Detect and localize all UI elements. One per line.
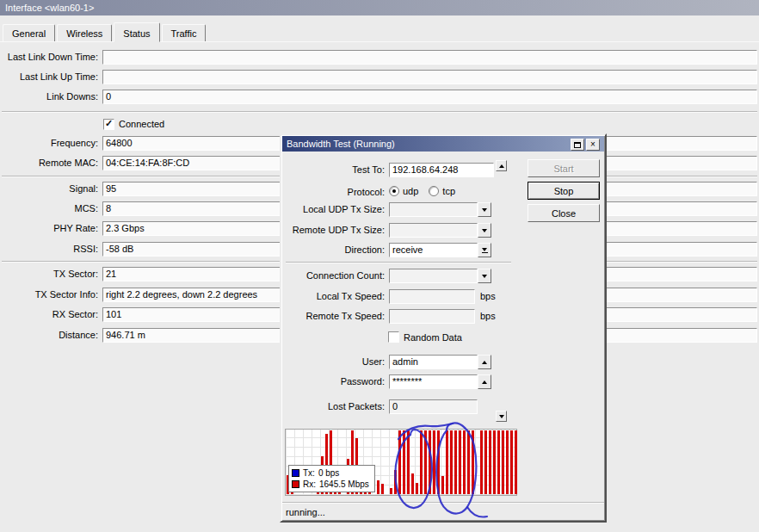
remote-tx-speed-input <box>389 309 475 324</box>
chart-bar <box>510 430 513 494</box>
chart-bar <box>381 484 384 494</box>
chart-bar <box>459 430 461 494</box>
random-data-checkbox[interactable] <box>388 331 399 343</box>
remote-mac-label: Remote MAC: <box>0 158 98 168</box>
field-row: Last Link Down Time: <box>0 50 759 65</box>
chart-bar <box>467 430 470 494</box>
protocol-tcp-label: tcp <box>442 186 455 196</box>
chart-bar <box>484 430 487 494</box>
chart-bar <box>433 430 435 494</box>
local-udp-tx-size-input <box>389 202 478 217</box>
chart-bar <box>403 430 405 494</box>
scroll-down-button[interactable] <box>496 411 507 422</box>
chevron-down-icon <box>482 229 487 232</box>
lost-packets-field: 0 <box>389 399 478 414</box>
close-window-button[interactable]: × <box>586 139 600 151</box>
password-row: Password: ******** <box>281 374 605 389</box>
connected-row: Connected <box>103 118 164 130</box>
chart-bar <box>429 430 431 494</box>
scroll-up-button[interactable] <box>496 160 507 171</box>
rssi-label: RSSI: <box>0 244 98 254</box>
chevron-up-icon <box>499 164 504 168</box>
tab-general[interactable]: General <box>3 24 55 41</box>
chart-bar <box>450 430 453 494</box>
rx-sector-label: RX Sector: <box>0 309 98 319</box>
stop-button[interactable]: Stop <box>528 182 600 200</box>
link-downs-label: Link Downs: <box>0 91 98 102</box>
user-label: User: <box>281 356 385 367</box>
chart-bar <box>420 430 423 494</box>
direction-select[interactable]: receive <box>389 243 478 257</box>
throughput-chart: Tx: 0 bps Rx: 1645.5 Mbps <box>285 429 517 496</box>
link-downs-field: 0 <box>102 90 757 104</box>
password-label: Password: <box>281 376 385 387</box>
chart-bar <box>454 430 457 494</box>
remote-tx-speed-unit: bps <box>480 311 496 321</box>
dialog-titlebar[interactable]: Bandwidth Test (Running) × <box>282 136 604 152</box>
close-button[interactable]: Close <box>528 204 600 222</box>
separator <box>2 111 757 113</box>
user-input[interactable]: admin <box>389 355 478 369</box>
remote-udp-tx-size-dropdown[interactable] <box>478 223 491 238</box>
chevron-down-icon <box>482 248 487 251</box>
rx-legend-value: 1645.5 Mbps <box>319 479 369 490</box>
chart-bar <box>463 430 466 494</box>
local-tx-speed-unit: bps <box>480 291 496 301</box>
dropdown-bar-icon <box>482 252 488 253</box>
window-title: Interface <wlan60-1> <box>5 3 94 13</box>
chart-bar <box>437 430 440 494</box>
phy-rate-label: PHY Rate: <box>0 223 98 233</box>
tx-legend-name: Tx: <box>303 467 315 479</box>
tx-legend-value: 0 bps <box>318 467 339 479</box>
local-tx-speed-label: Local Tx Speed: <box>281 291 385 301</box>
tab-wireless[interactable]: Wireless <box>57 24 112 41</box>
lost-packets-label: Lost Packets: <box>281 401 385 411</box>
rx-swatch <box>292 480 299 488</box>
random-data-row: Random Data <box>281 331 605 345</box>
chart-bar <box>377 480 380 494</box>
protocol-tcp-radio[interactable] <box>429 186 439 196</box>
legend-tx-row: Tx: 0 bps <box>292 467 369 479</box>
chevron-up-icon <box>482 380 487 384</box>
password-input[interactable]: ******** <box>389 374 478 389</box>
status-text: running... <box>286 507 325 517</box>
window-titlebar[interactable]: Interface <wlan60-1> <box>0 0 759 15</box>
remote-udp-tx-size-row: Remote UDP Tx Size: <box>281 223 605 238</box>
connected-checkbox[interactable] <box>103 119 114 130</box>
user-expand-button[interactable] <box>478 355 491 369</box>
tx-sector-info-label: TX Sector Info: <box>0 289 98 300</box>
tab-status[interactable]: Status <box>114 22 159 42</box>
chart-bar <box>416 483 418 494</box>
chart-bar <box>502 430 504 494</box>
chart-bar <box>480 430 483 494</box>
direction-dropdown[interactable] <box>478 243 491 257</box>
local-udp-tx-size-dropdown[interactable] <box>478 202 491 217</box>
chart-bar <box>515 430 517 494</box>
rx-legend-name: Rx: <box>303 479 316 490</box>
start-button: Start <box>528 159 600 177</box>
connected-checkbox-label: Connected <box>119 119 164 129</box>
interface-window: Interface <wlan60-1> General Wireless St… <box>0 0 759 532</box>
chart-bar <box>497 430 500 494</box>
separator <box>286 262 511 263</box>
remote-udp-tx-size-label: Remote UDP Tx Size: <box>281 225 385 235</box>
tab-traffic[interactable]: Traffic <box>162 24 207 41</box>
maximize-button[interactable] <box>571 139 584 151</box>
chevron-up-icon <box>482 361 487 364</box>
test-to-input[interactable]: 192.168.64.248 <box>389 163 494 177</box>
chart-bar <box>424 430 427 494</box>
distance-label: Distance: <box>0 330 98 340</box>
local-udp-tx-size-label: Local UDP Tx Size: <box>281 204 385 214</box>
protocol-udp-radio[interactable] <box>389 186 399 196</box>
mcs-label: MCS: <box>0 203 98 213</box>
last-link-down-time-field <box>102 50 757 65</box>
remote-tx-speed-label: Remote Tx Speed: <box>281 311 385 321</box>
password-expand-button[interactable] <box>478 374 491 389</box>
tab-bar: General Wireless Status Traffic <box>3 22 207 41</box>
field-row: Last Link Up Time: <box>0 70 759 84</box>
legend-rx-row: Rx: 1645.5 Mbps <box>292 479 369 490</box>
remote-udp-tx-size-input <box>389 223 478 238</box>
connection-count-dropdown[interactable] <box>478 269 491 283</box>
local-tx-speed-row: Local Tx Speed: bps <box>281 289 605 304</box>
chart-bar <box>472 430 474 494</box>
